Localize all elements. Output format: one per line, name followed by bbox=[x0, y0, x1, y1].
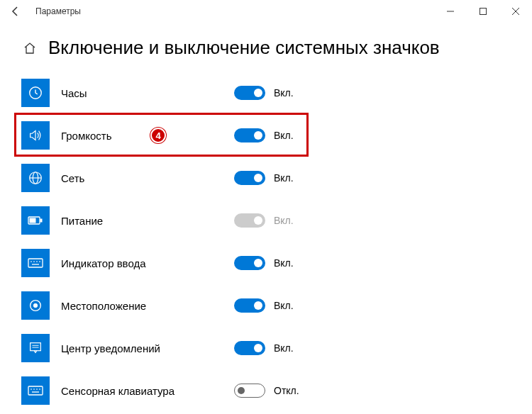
setting-label: Местоположение bbox=[61, 300, 203, 312]
setting-row-action: Центр уведомленийВкл. bbox=[21, 334, 511, 362]
toggle-touchkb[interactable] bbox=[234, 384, 265, 398]
toggle-state-text: Откл. bbox=[274, 385, 299, 396]
setting-label: Часы bbox=[61, 87, 203, 99]
back-button[interactable] bbox=[7, 3, 24, 20]
toggle-power bbox=[234, 213, 265, 228]
toggle-state-text: Вкл. bbox=[274, 87, 294, 99]
power-icon bbox=[21, 206, 50, 235]
setting-label: Сеть bbox=[61, 172, 203, 184]
toggle-wrap: Вкл. bbox=[234, 86, 294, 100]
toggle-location[interactable] bbox=[234, 298, 265, 313]
setting-label: Центр уведомлений bbox=[61, 342, 203, 354]
toggle-state-text: Вкл. bbox=[274, 342, 294, 354]
toggle-volume[interactable] bbox=[234, 128, 265, 142]
toggle-wrap: Вкл. bbox=[234, 298, 294, 313]
input-icon bbox=[21, 249, 50, 277]
home-icon[interactable] bbox=[21, 40, 38, 57]
toggle-wrap: Вкл. bbox=[234, 341, 294, 355]
toggle-state-text: Вкл. bbox=[274, 257, 294, 269]
toggle-state-text: Вкл. bbox=[274, 172, 294, 184]
svg-rect-9 bbox=[40, 219, 42, 222]
toggle-wrap: Вкл. bbox=[234, 256, 294, 270]
network-icon bbox=[21, 164, 50, 192]
touchkb-icon bbox=[21, 376, 50, 405]
page-header: Включение и выключение системных значков bbox=[21, 37, 511, 59]
settings-list: ЧасыВкл.ГромкостьВкл.4СетьВкл.ПитаниеВкл… bbox=[21, 79, 511, 405]
setting-row-touchkb: Сенсорная клавиатураОткл. bbox=[21, 376, 511, 405]
app-title: Параметры bbox=[35, 6, 81, 16]
toggle-state-text: Вкл. bbox=[274, 130, 294, 141]
clock-icon bbox=[21, 79, 50, 107]
toggle-wrap: Вкл. bbox=[234, 128, 294, 142]
action-icon bbox=[21, 334, 50, 362]
setting-row-input: Индикатор вводаВкл. bbox=[21, 249, 511, 277]
setting-label: Питание bbox=[61, 215, 203, 227]
location-icon bbox=[21, 291, 50, 320]
setting-row-location: МестоположениеВкл. bbox=[21, 291, 511, 320]
toggle-wrap: Вкл. bbox=[234, 213, 294, 228]
close-button[interactable] bbox=[499, 0, 532, 23]
toggle-wrap: Откл. bbox=[234, 384, 299, 398]
svg-point-18 bbox=[33, 303, 38, 308]
toggle-input[interactable] bbox=[234, 256, 265, 270]
annotation-callout: 4 bbox=[150, 128, 166, 143]
toggle-state-text: Вкл. bbox=[274, 215, 294, 226]
svg-rect-11 bbox=[28, 259, 43, 267]
setting-row-network: СетьВкл. bbox=[21, 164, 511, 192]
setting-row-clock: ЧасыВкл. bbox=[21, 79, 511, 107]
minimize-button[interactable] bbox=[434, 0, 467, 23]
svg-rect-10 bbox=[30, 218, 35, 223]
toggle-wrap: Вкл. bbox=[234, 171, 294, 185]
svg-rect-22 bbox=[28, 386, 43, 395]
volume-icon bbox=[21, 121, 50, 150]
setting-label: Громкость bbox=[61, 130, 203, 142]
toggle-action[interactable] bbox=[234, 341, 265, 355]
svg-rect-1 bbox=[480, 9, 487, 15]
setting-label: Сенсорная клавиатура bbox=[61, 385, 203, 397]
page-title: Включение и выключение системных значков bbox=[48, 37, 440, 59]
window-controls bbox=[434, 0, 532, 23]
toggle-network[interactable] bbox=[234, 171, 265, 185]
setting-row-volume: ГромкостьВкл.4 bbox=[21, 121, 511, 150]
toggle-clock[interactable] bbox=[234, 86, 265, 100]
titlebar: Параметры bbox=[0, 0, 532, 23]
setting-label: Индикатор ввода bbox=[61, 257, 203, 269]
maximize-button[interactable] bbox=[467, 0, 499, 23]
content: Включение и выключение системных значков… bbox=[0, 23, 532, 405]
svg-rect-19 bbox=[31, 343, 41, 351]
toggle-state-text: Вкл. bbox=[274, 300, 294, 311]
setting-row-power: ПитаниеВкл. bbox=[21, 206, 511, 235]
